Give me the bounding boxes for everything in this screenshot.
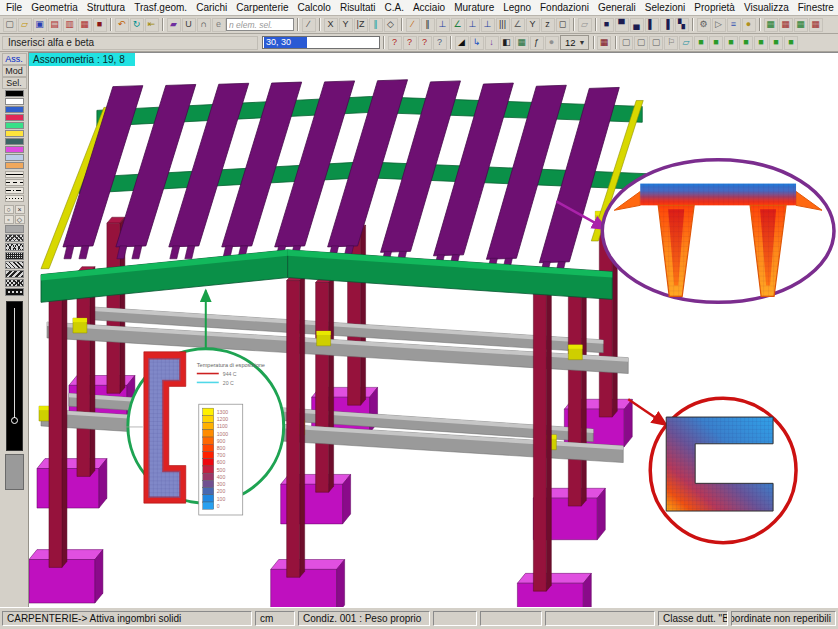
sphere-icon[interactable]: ● [545, 36, 559, 50]
hatch-zigzag-button[interactable] [5, 279, 24, 287]
wire-cube-icon-1[interactable]: ▢ [619, 36, 633, 50]
flag-icon[interactable]: ⚐ [664, 36, 678, 50]
color-swatch-9[interactable] [5, 162, 24, 169]
palette-grid-icon[interactable]: ▦ [515, 36, 529, 50]
menu-murature[interactable]: Murature [452, 2, 496, 13]
color-swatch-7[interactable] [5, 146, 24, 153]
view-tab-sel[interactable]: Sel. [2, 77, 27, 89]
perpendicular-point-icon[interactable]: ⊥ [466, 18, 480, 32]
undo-icon[interactable]: ↶ [115, 18, 129, 32]
sidebar-grip[interactable] [5, 454, 24, 490]
export-view-icon[interactable]: ▦ [78, 18, 92, 32]
window-bottom-icon[interactable]: ▄ [630, 18, 644, 32]
intersect-icon[interactable]: ∩ [197, 18, 211, 32]
mesh-select-icon-2[interactable]: ▦ [779, 18, 793, 32]
menu-selezioni[interactable]: Selezioni [643, 2, 688, 13]
color-swatch-0[interactable] [5, 90, 24, 97]
alfa-beta-input[interactable]: 30, 30 [262, 36, 380, 49]
query-node-icon[interactable]: ? [388, 36, 402, 50]
menu-acciaio[interactable]: Acciaio [411, 2, 447, 13]
menu-geometria[interactable]: Geometria [29, 2, 80, 13]
color-swatch-1[interactable] [5, 98, 24, 105]
polygon-icon[interactable]: ▷ [712, 18, 726, 32]
window-right-icon[interactable]: ▐ [660, 18, 674, 32]
zoom-slider-handle[interactable] [11, 417, 18, 424]
rotate-y-icon[interactable]: Y [526, 18, 540, 32]
perpendicular-icon[interactable]: ⊥ [436, 18, 450, 32]
plane-icon[interactable]: ▱ [679, 36, 693, 50]
menu-c-a-[interactable]: C.A. [382, 2, 405, 13]
wire-cube-icon-2[interactable]: ▢ [634, 36, 648, 50]
point-square-button[interactable]: ▫ [4, 215, 14, 224]
query-solid-icon[interactable]: ? [433, 36, 447, 50]
menu-legno[interactable]: Legno [501, 2, 533, 13]
mesh-select-icon-4[interactable]: ▦ [809, 18, 823, 32]
window-top-icon[interactable]: ▀ [615, 18, 629, 32]
lock-icon[interactable]: ● [742, 18, 756, 32]
solid-cube-icon-7[interactable]: ■ [784, 36, 798, 50]
menu-trasf-geom-[interactable]: Trasf.geom. [132, 2, 189, 13]
font-icon[interactable]: ƒ [530, 36, 544, 50]
structure-icon[interactable]: ▦ [597, 36, 611, 50]
menu-finestre[interactable]: Finestre [796, 2, 836, 13]
point-diamond-button[interactable]: ◇ [15, 215, 25, 224]
copy-view-icon[interactable]: ▥ [63, 18, 77, 32]
print-view-icon[interactable]: ▤ [48, 18, 62, 32]
solid-cube-icon-6[interactable]: ■ [769, 36, 783, 50]
point-cross-button[interactable]: × [15, 205, 25, 214]
hatch-cross-button[interactable] [5, 234, 24, 242]
color-swatch-5[interactable] [5, 130, 24, 137]
menu-calcolo[interactable]: Calcolo [296, 2, 333, 13]
linestyle-dotted-button[interactable] [5, 195, 24, 202]
menu-carpenterie[interactable]: Carpenterie [234, 2, 290, 13]
menu-risultati[interactable]: Risultati [338, 2, 378, 13]
list-icon[interactable]: ≡ [727, 18, 741, 32]
render-view-icon[interactable]: ■ [93, 18, 107, 32]
hatch-dots-button[interactable] [5, 252, 24, 260]
view-tab-ass[interactable]: Ass. [2, 53, 27, 65]
color-swatch-8[interactable] [5, 154, 24, 161]
color-swatch-6[interactable] [5, 138, 24, 145]
hatch-checker-button[interactable] [5, 288, 24, 296]
draw-segment-icon[interactable]: ∕ [406, 18, 420, 32]
hatch-solid-button[interactable] [5, 225, 24, 233]
double-perpendicular-icon[interactable]: ⊥ [481, 18, 495, 32]
angle-measure-icon[interactable]: ∠ [511, 18, 525, 32]
new-file-icon[interactable]: ▢ [3, 18, 17, 32]
rotate-z-icon[interactable]: z [541, 18, 555, 32]
view-tab-mod[interactable]: Mod [2, 65, 27, 77]
point-circle-button[interactable]: ○ [4, 205, 14, 214]
model-canvas[interactable]: Temperatura di esposizione 944 C 20 C 13… [29, 53, 838, 607]
drop-icon[interactable]: ↓ [485, 36, 499, 50]
menu-visualizza[interactable]: Visualizza [742, 2, 791, 13]
axis-z-icon[interactable]: |Z [354, 18, 368, 32]
union-icon[interactable]: U [182, 18, 196, 32]
wire-cube-icon-3[interactable]: ▢ [649, 36, 663, 50]
mesh-select-icon-3[interactable]: ▦ [794, 18, 808, 32]
linestyle-dashdot-button[interactable] [5, 187, 24, 194]
import-icon[interactable]: ⇤ [145, 18, 159, 32]
save-icon[interactable]: ▣ [33, 18, 47, 32]
window-full-icon[interactable]: ■ [600, 18, 614, 32]
regenerate-icon[interactable]: ↻ [130, 18, 144, 32]
axis-y-icon[interactable]: Y [339, 18, 353, 32]
linestyle-solid-button[interactable] [5, 171, 24, 178]
solid-cube-icon-2[interactable]: ■ [709, 36, 723, 50]
parallel-lines-icon[interactable]: ∥ [421, 18, 435, 32]
parallel-axes-icon[interactable]: ∥ [369, 18, 383, 32]
hatch-diamond-button[interactable] [5, 243, 24, 251]
color-swatch-2[interactable] [5, 106, 24, 113]
linestyle-dashed-button[interactable] [5, 179, 24, 186]
element-select-icon[interactable]: e [212, 18, 226, 32]
zoom-slider[interactable] [6, 301, 23, 451]
solid-cube-icon-5[interactable]: ■ [754, 36, 768, 50]
settings-gear-icon[interactable]: ⚙ [697, 18, 711, 32]
wireframe-box-icon[interactable]: ◻ [556, 18, 570, 32]
eraser-icon[interactable]: ▱ [578, 18, 592, 32]
rhombus-icon[interactable]: ◇ [384, 18, 398, 32]
hatch-diagonal-button[interactable] [5, 261, 24, 269]
solid-cube-icon-4[interactable]: ■ [739, 36, 753, 50]
solid-cube-icon-1[interactable]: ■ [694, 36, 708, 50]
color-swatch-3[interactable] [5, 114, 24, 121]
menu-carichi[interactable]: Carichi [194, 2, 229, 13]
